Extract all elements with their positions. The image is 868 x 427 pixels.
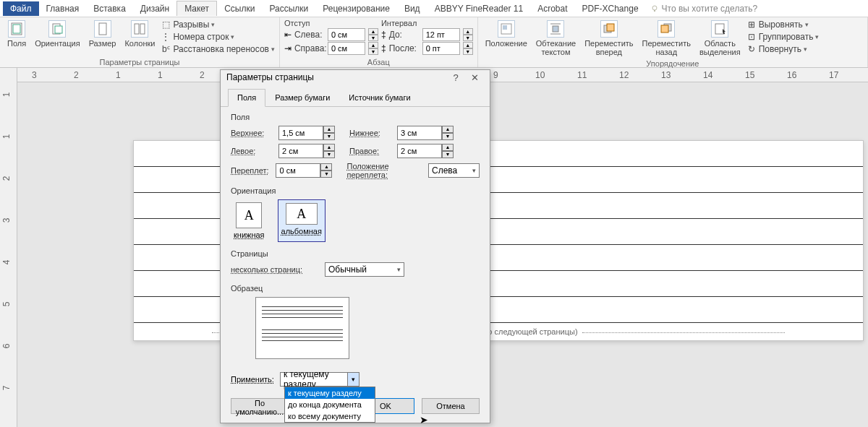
menu-view[interactable]: Вид <box>397 1 427 16</box>
vertical-ruler[interactable]: 11234567 <box>0 82 17 427</box>
top-margin-up[interactable]: ▲ <box>323 126 335 133</box>
set-default-button[interactable]: По умолчанию... <box>231 398 289 414</box>
top-margin-input[interactable] <box>278 126 323 140</box>
ruler-tick: 7 <box>1 386 12 391</box>
wrap-icon <box>547 20 564 38</box>
ruler-tick: 15 <box>745 70 754 80</box>
gutter-input[interactable] <box>276 163 320 178</box>
gutter-label: Переплет: <box>231 166 268 175</box>
ruler-tick: 13 <box>661 70 671 80</box>
menu-review[interactable]: Рецензирование <box>315 1 397 16</box>
group-page-setup-label: Параметры страницы <box>4 56 275 66</box>
right-margin-down[interactable]: ▼ <box>442 151 454 158</box>
menu-bar: Файл Главная Вставка Дизайн Макет Ссылки… <box>0 0 868 17</box>
orientation-landscape-button[interactable]: A альбомная <box>278 199 326 242</box>
dialog-close-button[interactable]: ✕ <box>465 72 484 83</box>
cancel-button[interactable]: Отмена <box>422 398 480 414</box>
wrap-button[interactable]: Обтекание текстом <box>533 19 579 58</box>
forward-button[interactable]: Переместить вперед <box>582 19 636 58</box>
spacing-before-up[interactable]: ▲ <box>463 28 473 35</box>
multi-pages-select[interactable]: Обычный <box>325 262 404 277</box>
menu-pdfxchange[interactable]: PDF-XChange <box>575 1 646 16</box>
gutter-down[interactable]: ▼ <box>320 171 332 178</box>
tell-me-search[interactable]: Что вы хотите сделать? <box>650 4 758 14</box>
svg-rect-18 <box>715 24 724 34</box>
breaks-button[interactable]: ⬚Разрывы▾ <box>161 19 275 30</box>
indent-right-down[interactable]: ▼ <box>368 48 378 55</box>
menu-references[interactable]: Ссылки <box>217 1 262 16</box>
menu-layout[interactable]: Макет <box>176 1 217 16</box>
tab-paper-source[interactable]: Источник бумаги <box>339 89 420 106</box>
columns-icon <box>131 20 148 38</box>
tell-me-label: Что вы хотите сделать? <box>662 4 758 14</box>
menu-insert[interactable]: Вставка <box>86 1 133 16</box>
menu-design[interactable]: Дизайн <box>133 1 176 16</box>
apply-option-whole-doc[interactable]: ко всему документу <box>285 410 375 422</box>
menu-finereader[interactable]: ABBYY FineReader 11 <box>427 1 531 16</box>
bottom-margin-down[interactable]: ▼ <box>442 133 454 140</box>
dialog-help-button[interactable]: ? <box>446 72 465 83</box>
bottom-margin-up[interactable]: ▲ <box>442 126 454 133</box>
svg-rect-15 <box>607 24 614 31</box>
left-margin-input[interactable] <box>278 144 323 158</box>
apply-option-to-end[interactable]: до конца документа <box>285 399 375 410</box>
tab-paper-size[interactable]: Размер бумаги <box>265 89 339 106</box>
breaks-icon: ⬚ <box>161 20 171 30</box>
right-margin-input[interactable] <box>397 144 442 158</box>
position-button[interactable]: Положение <box>482 19 530 49</box>
align-button[interactable]: ⊞Выровнять▾ <box>746 19 820 30</box>
backward-button[interactable]: Переместить назад <box>639 19 694 58</box>
indent-left-down[interactable]: ▼ <box>368 35 378 41</box>
selection-button[interactable]: Область выделения <box>697 19 744 58</box>
spacing-after-icon: ‡ <box>381 43 386 53</box>
line-numbers-button[interactable]: ⋮Номера строк▾ <box>161 31 275 43</box>
svg-rect-1 <box>654 10 655 12</box>
margins-section-title: Поля <box>231 113 480 121</box>
spacing-before-down[interactable]: ▼ <box>463 35 473 41</box>
ruler-tick: 2 <box>200 70 205 80</box>
spacing-after-up[interactable]: ▲ <box>463 42 473 48</box>
size-button[interactable]: Размер <box>86 19 119 49</box>
tab-margins[interactable]: Поля <box>228 89 265 107</box>
left-margin-down[interactable]: ▼ <box>323 151 335 158</box>
dialog-titlebar[interactable]: Параметры страницы ? ✕ <box>221 70 490 85</box>
ruler-tick: 17 <box>829 70 838 80</box>
orientation-button[interactable]: Ориентация <box>32 19 82 49</box>
indent-left-up[interactable]: ▲ <box>368 28 378 35</box>
columns-button[interactable]: Колонки <box>122 19 158 49</box>
margins-icon <box>8 20 25 38</box>
indent-right-input[interactable] <box>328 42 365 55</box>
menu-file[interactable]: Файл <box>3 1 39 16</box>
ribbon: Поля Ориентация Размер Колонки ⬚Разрывы▾… <box>0 17 868 68</box>
orientation-portrait-button[interactable]: A книжная <box>231 199 268 242</box>
apply-to-combobox[interactable]: к текущему разделу ▾ <box>280 372 359 387</box>
rotate-button[interactable]: ↻Повернуть▾ <box>746 43 820 55</box>
spacing-before-input[interactable] <box>422 28 460 41</box>
orientation-icon <box>48 20 66 38</box>
right-margin-up[interactable]: ▲ <box>442 144 454 151</box>
margins-button[interactable]: Поля <box>4 19 29 49</box>
spacing-after-down[interactable]: ▼ <box>463 48 473 55</box>
gutter-pos-select[interactable]: Слева <box>428 163 480 178</box>
indent-left-input[interactable] <box>328 28 365 41</box>
indent-left-label: Слева: <box>294 30 325 40</box>
left-margin-up[interactable]: ▲ <box>323 144 335 151</box>
bottom-margin-input[interactable] <box>397 126 442 140</box>
hyphenation-button[interactable]: bᶜРасстановка переносов▾ <box>161 43 275 55</box>
indent-title: Отступ <box>284 19 378 27</box>
indent-right-up[interactable]: ▲ <box>368 42 378 48</box>
spacing-after-input[interactable] <box>422 42 460 55</box>
top-margin-down[interactable]: ▼ <box>323 133 335 140</box>
menu-mailings[interactable]: Рассылки <box>262 1 315 16</box>
group-objects-button[interactable]: ⊡Группировать▾ <box>746 31 820 43</box>
align-icon: ⊞ <box>746 20 757 30</box>
ruler-tick: 6 <box>1 344 12 349</box>
menu-home[interactable]: Главная <box>39 1 87 16</box>
ruler-tick: 9 <box>493 70 498 80</box>
hyphenation-icon: bᶜ <box>161 44 171 54</box>
gutter-up[interactable]: ▲ <box>320 163 332 171</box>
menu-acrobat[interactable]: Acrobat <box>530 1 574 16</box>
apply-option-current-section[interactable]: к текущему разделу <box>285 387 375 399</box>
backward-icon <box>658 20 675 38</box>
spacing-before-label: До: <box>389 30 420 40</box>
